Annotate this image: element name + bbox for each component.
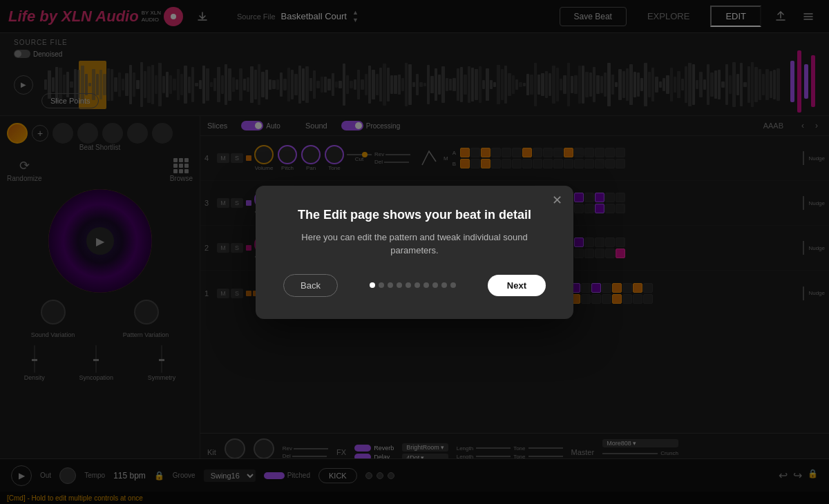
modal-dot-10 bbox=[450, 282, 456, 288]
modal-footer: Back Next bbox=[283, 274, 546, 297]
modal-dot-6 bbox=[414, 282, 420, 288]
modal-dot-3 bbox=[388, 282, 393, 288]
modal-dot-5 bbox=[406, 282, 411, 288]
modal-dot-7 bbox=[423, 282, 429, 288]
modal-title: The Edit page shows your beat in detail bbox=[283, 208, 546, 222]
modal-back-button[interactable]: Back bbox=[283, 274, 338, 297]
modal-overlay: ✕ The Edit page shows your beat in detai… bbox=[0, 0, 829, 504]
modal-dot-4 bbox=[397, 282, 402, 288]
modal-dialog: ✕ The Edit page shows your beat in detai… bbox=[256, 186, 573, 319]
modal-dot-9 bbox=[441, 282, 447, 288]
modal-dot-8 bbox=[432, 282, 438, 288]
modal-dot-2 bbox=[379, 282, 384, 288]
modal-progress-dots bbox=[370, 282, 456, 288]
modal-dot-1 bbox=[370, 282, 375, 288]
modal-next-button[interactable]: Next bbox=[488, 275, 546, 296]
modal-close-button[interactable]: ✕ bbox=[552, 194, 562, 206]
modal-body: Here you can edit the pattern and tweak … bbox=[283, 231, 546, 258]
